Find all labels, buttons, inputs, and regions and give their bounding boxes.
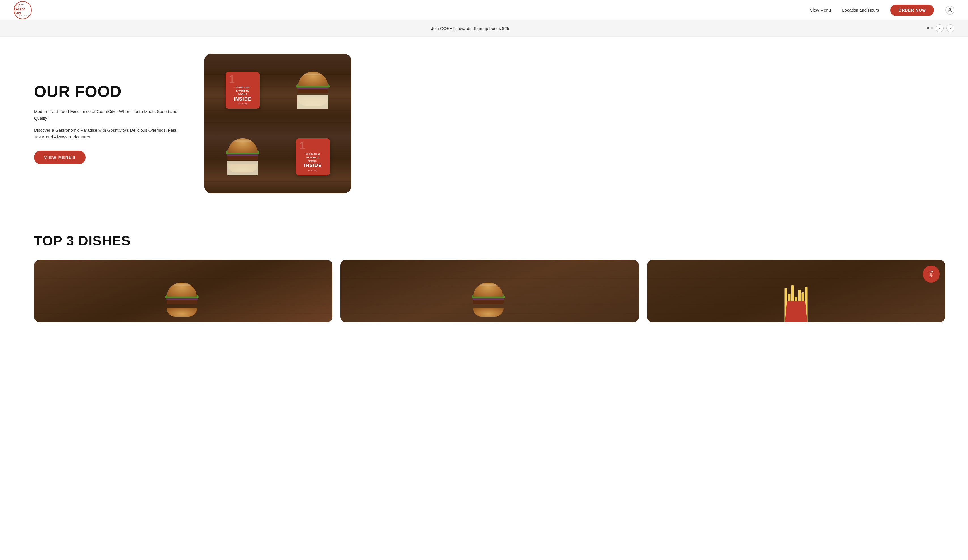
promo-banner: Join GOSHT rewards. Sign up bonus $25 ‹ … xyxy=(0,20,968,36)
user-account-icon[interactable] xyxy=(945,6,955,15)
hero-content: OUR FOOD Modern Fast-Food Excellence at … xyxy=(34,83,181,164)
location-hours-link[interactable]: Location and Hours xyxy=(842,8,879,12)
dish-bun-bottom-2 xyxy=(473,308,504,317)
logo[interactable]: PROPER GRILL Gosht City BY EVENT GROUP xyxy=(13,1,32,19)
let-it-be-badge: LETITBE xyxy=(923,266,940,282)
hero-food-image: 1 YOUR NEW FAVORITE GOSHT INSIDE Gosht C… xyxy=(204,53,351,193)
banner-next-button[interactable]: › xyxy=(946,24,955,32)
dish-card-2[interactable] xyxy=(340,260,639,322)
banner-controls: ‹ › xyxy=(927,24,955,32)
banner-dot-1[interactable] xyxy=(927,27,929,30)
hero-title: OUR FOOD xyxy=(34,83,181,100)
hero-image-container: 1 YOUR NEW FAVORITE GOSHT INSIDE Gosht C… xyxy=(204,53,351,193)
food-box-2: 1 YOUR NEW FAVORITE GOSHT INSIDE Gosht C… xyxy=(296,139,330,175)
logo-sub-text: BY EVENT GROUP xyxy=(15,15,31,17)
food-cell-bottom-left xyxy=(210,126,275,188)
wrapper-bottom-2 xyxy=(227,161,258,175)
banner-prev-button[interactable]: ‹ xyxy=(936,24,944,32)
wrapper-bottom xyxy=(297,94,328,109)
hero-desc-1: Modern Fast-Food Excellence at GoshtCity… xyxy=(34,108,181,122)
top3-title: TOP 3 DISHES xyxy=(34,233,945,249)
dish-bun-top-1 xyxy=(167,282,197,297)
hero-desc-2: Discover a Gastronomic Paradise with Gos… xyxy=(34,127,181,140)
nav-links: View Menu Location and Hours ORDER NOW xyxy=(810,5,955,16)
food-cell-top-right xyxy=(280,59,346,121)
bun-top-2 xyxy=(228,139,258,153)
burger-wrapped-1 xyxy=(294,72,331,109)
fries-bag xyxy=(785,301,807,322)
food-box-1-title: YOUR NEW FAVORITE GOSHT xyxy=(235,86,250,96)
logo-top-text: PROPER GRILL xyxy=(14,4,31,7)
dish-card-3[interactable]: LETITBE xyxy=(647,260,945,322)
food-box-2-big: INSIDE xyxy=(304,163,322,168)
food-box-2-num: 1 xyxy=(299,141,305,151)
logo-circle: PROPER GRILL Gosht City BY EVENT GROUP xyxy=(13,1,32,19)
dish-burger-1 xyxy=(165,282,199,317)
food-grid: 1 YOUR NEW FAVORITE GOSHT INSIDE Gosht C… xyxy=(204,53,351,193)
svg-point-0 xyxy=(949,8,950,10)
food-box-1-num: 1 xyxy=(229,74,235,84)
food-cell-top-left: 1 YOUR NEW FAVORITE GOSHT INSIDE Gosht C… xyxy=(210,59,275,121)
dish-card-1[interactable] xyxy=(34,260,332,322)
dish-burger-2 xyxy=(471,282,505,317)
banner-dot-2[interactable] xyxy=(931,27,933,30)
food-box-2-title: YOUR NEW FAVORITE GOSHT xyxy=(306,153,320,163)
bun-top-1 xyxy=(298,72,328,86)
food-cell-bottom-right: 1 YOUR NEW FAVORITE GOSHT INSIDE Gosht C… xyxy=(280,126,346,188)
hero-section: OUR FOOD Modern Fast-Food Excellence at … xyxy=(0,36,968,216)
food-box-1-big: INSIDE xyxy=(234,96,252,102)
dishes-row: LETITBE xyxy=(34,260,945,322)
burger-wrapped-2 xyxy=(224,139,261,175)
dish-2-burger xyxy=(471,282,508,319)
dish-bun-top-2 xyxy=(473,282,503,297)
order-now-button[interactable]: ORDER NOW xyxy=(890,5,934,16)
dish-1-burger xyxy=(165,282,202,319)
food-box-1: 1 YOUR NEW FAVORITE GOSHT INSIDE Gosht C… xyxy=(225,72,260,109)
food-box-2-brand: Gosht City xyxy=(308,169,318,171)
view-menus-button[interactable]: VIEW MENUS xyxy=(34,150,86,164)
view-menu-link[interactable]: View Menu xyxy=(810,8,831,12)
dish-bun-bottom-1 xyxy=(167,308,197,317)
top3-section: TOP 3 DISHES xyxy=(0,216,968,328)
navbar: PROPER GRILL Gosht City BY EVENT GROUP V… xyxy=(0,0,968,20)
banner-dots xyxy=(927,27,933,30)
food-box-1-brand: Gosht City xyxy=(238,103,247,105)
logo-main-text: Gosht City xyxy=(14,7,31,15)
banner-text: Join GOSHT rewards. Sign up bonus $25 xyxy=(13,26,927,31)
